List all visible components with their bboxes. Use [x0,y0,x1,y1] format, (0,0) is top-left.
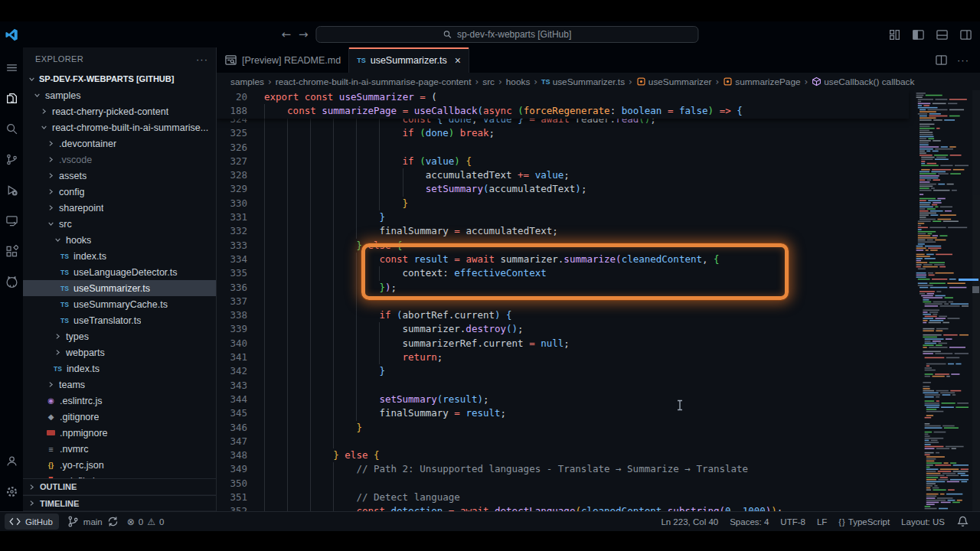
code-editor[interactable]: 324const { done, value } = await reader.… [217,90,980,511]
more-actions-icon[interactable]: ··· [957,54,969,66]
minimap[interactable] [909,90,972,511]
overview-ruler[interactable] [972,90,980,511]
eol[interactable]: LF [817,517,827,527]
breadcrumb-item[interactable]: summarizePage [723,77,800,87]
tree-item-.gitignore[interactable]: ◆.gitignore [23,409,216,425]
tree-item-usesummarycache.ts[interactable]: TSuseSummaryCache.ts [23,296,216,312]
indentation[interactable]: Spaces: 4 [730,517,769,527]
code-line-331[interactable]: 331} [217,210,980,224]
remote-indicator[interactable]: GitHub [5,514,59,530]
code-line-341[interactable]: 341return; [217,350,980,364]
tree-item-.devcontainer[interactable]: .devcontainer [23,135,216,152]
code-line-333[interactable]: 333} else { [217,239,980,253]
code-line-340[interactable]: 340summarizerRef.current = null; [217,337,980,350]
tab-readme-preview[interactable]: [Preview] README.md [217,47,349,73]
code-line-342[interactable]: 342} [217,364,980,378]
activity-github-icon[interactable] [0,266,23,297]
code-line-337[interactable]: 337 [217,295,980,308]
explorer-more-actions[interactable]: ··· [196,54,208,65]
nav-forward-icon[interactable]: → [299,28,309,41]
activity-extensions-icon[interactable] [0,236,23,266]
tree-item-webparts[interactable]: webparts [23,344,216,360]
code-line-343[interactable]: 343 [217,379,980,393]
tree-item-.vscode[interactable]: .vscode [23,152,216,168]
language-mode[interactable]: { }TypeScript [838,517,890,527]
code-line-188[interactable]: 188const summarizePage = useCallback(asy… [217,104,909,118]
tree-item-config[interactable]: config [23,184,216,200]
tree-item-index.ts[interactable]: TSindex.ts [23,248,216,264]
breadcrumb-item[interactable]: hooks [506,77,530,87]
split-editor-icon[interactable] [935,54,948,67]
tree-item-src[interactable]: src [23,216,216,232]
breadcrumb-item[interactable]: TSuseSummarizer.ts [541,77,625,87]
tree-item-hooks[interactable]: hooks [23,232,216,248]
section-timeline[interactable]: TIMELINE [23,495,216,511]
tree-item-react-chrome-built-in-ai-summarise...[interactable]: react-chrome-built-in-ai-summarise... [23,119,216,135]
code-line-335[interactable]: 335context: effectiveContext [217,266,980,280]
tree-item-.npmignore[interactable]: .npmignore [23,425,216,441]
tab-usesummarizer[interactable]: TSuseSummarizer.ts× [349,47,469,73]
code-line-345[interactable]: 345finalSummary = result; [217,406,980,420]
code-line-348[interactable]: 348} else { [217,448,980,462]
customize-layout-icon[interactable] [888,28,901,41]
code-line-346[interactable]: 346} [217,421,980,435]
tree-item-sharepoint[interactable]: sharepoint [23,200,216,216]
tree-item-usetranslator.ts[interactable]: TSuseTranslator.ts [23,312,216,328]
activity-explorer-icon[interactable] [0,83,23,113]
toggle-secondary-sidebar-icon[interactable] [959,28,972,41]
tree-item-.eslintrc.js[interactable]: ◉.eslintrc.js [23,393,216,409]
activity-remote-explorer-icon[interactable] [0,205,23,236]
project-root-row[interactable]: SP-DEV-FX-WEBPARTS [GITHUB] [23,70,216,87]
code-line-332[interactable]: 332finalSummary = accumulatedText; [217,224,980,238]
tree-item-assets[interactable]: assets [23,168,216,184]
breadcrumb-item[interactable]: src [482,77,495,87]
tree-item-index.ts[interactable]: TSindex.ts [23,360,216,377]
encoding[interactable]: UTF-8 [780,517,805,527]
code-line-347[interactable]: 347 [217,435,980,448]
code-line-349[interactable]: 349// Path 2: Unsupported languages - Tr… [217,462,980,476]
toggle-primary-sidebar-icon[interactable] [912,28,925,41]
tree-item-usesummarizer.ts[interactable]: TSuseSummarizer.ts [23,280,216,296]
tree-item-types[interactable]: types [23,328,216,344]
cursor-position[interactable]: Ln 223, Col 40 [661,517,718,527]
breadcrumb-item[interactable]: useCallback() callback [812,77,914,87]
branch-indicator[interactable]: main [67,515,119,528]
close-icon[interactable]: × [455,54,461,67]
nav-back-icon[interactable]: ← [281,28,291,41]
code-line-327[interactable]: 327if (value) { [217,155,980,168]
code-line-350[interactable]: 350 [217,477,980,491]
tree-item-samples[interactable]: samples [23,87,216,103]
toggle-panel-icon[interactable] [936,28,949,41]
activity-source-control-icon[interactable] [0,144,23,174]
code-line-325[interactable]: 325if (done) break; [217,126,980,140]
code-line-351[interactable]: 351// Detect language [217,491,980,504]
tree-item-teams[interactable]: teams [23,377,216,393]
activity-settings-icon[interactable] [0,476,23,507]
keyboard-layout[interactable]: Layout: US [901,517,945,527]
tree-item-.yo-rc.json[interactable]: {}.yo-rc.json [23,457,216,473]
activity-search-icon[interactable] [0,113,23,144]
sync-icon[interactable] [106,515,119,528]
code-line-352[interactable]: 352const detection = await detectLanguag… [217,504,980,511]
code-line-20[interactable]: 20export const useSummarizer = ( [217,90,909,104]
code-line-338[interactable]: 338if (abortRef.current) { [217,308,980,322]
code-line-344[interactable]: 344setSummary(result); [217,393,980,406]
tree-item-.nvmrc[interactable]: ≡.nvmrc [23,441,216,457]
code-line-330[interactable]: 330} [217,197,980,210]
breadcrumb-item[interactable]: useSummarizer [636,77,712,87]
tree-item-gulpfile.js[interactable]: gulpfile.js [23,473,216,478]
problems-indicator[interactable]: ⊗0 ⚠0 [127,517,165,527]
breadcrumb-item[interactable]: samples [230,77,264,87]
code-line-334[interactable]: 334const result = await summarizer.summa… [217,253,980,266]
code-line-328[interactable]: 328accumulatedText += value; [217,168,980,182]
activity-run-debug-icon[interactable] [0,174,23,205]
command-center-search[interactable]: sp-dev-fx-webparts [GitHub] [316,26,699,43]
tree-item-uselanguagedetector.ts[interactable]: TSuseLanguageDetector.ts [23,264,216,280]
code-line-339[interactable]: 339summarizer.destroy(); [217,322,980,336]
section-outline[interactable]: OUTLINE [23,479,216,495]
breadcrumb-item[interactable]: react-chrome-built-in-ai-summarise-page-… [276,77,472,87]
activity-menu-icon[interactable] [0,52,23,83]
code-line-326[interactable]: 326 [217,141,980,155]
activity-account-icon[interactable] [0,445,23,476]
code-line-329[interactable]: 329setSummary(accumulatedText); [217,182,980,196]
